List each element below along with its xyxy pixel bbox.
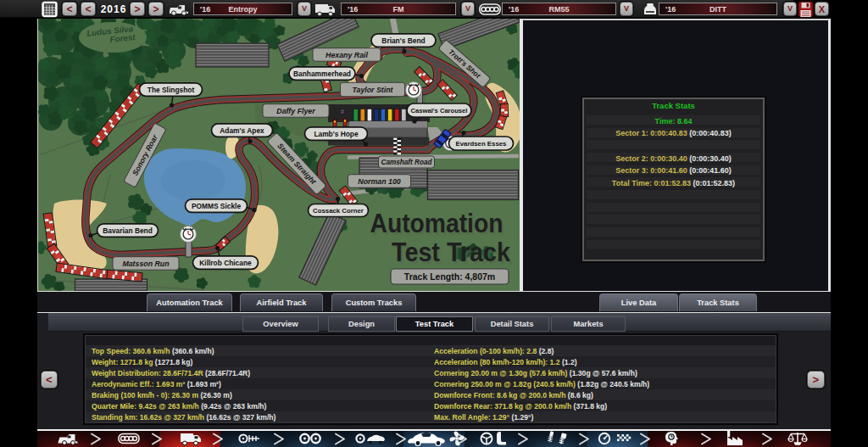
svg-text:Banhammerhead: Banhammerhead xyxy=(293,70,351,78)
svg-text:Norman 100: Norman 100 xyxy=(358,177,400,186)
svg-text:Adam's Apex: Adam's Apex xyxy=(220,126,264,135)
svg-text:Taylor Stint: Taylor Stint xyxy=(352,86,393,94)
svg-text:Bavarian Bend: Bavarian Bend xyxy=(103,226,153,235)
svg-text:The Slingshot: The Slingshot xyxy=(147,86,195,94)
svg-text:Matsson Run: Matsson Run xyxy=(122,260,169,268)
svg-text:Camshaft Road: Camshaft Road xyxy=(381,159,432,166)
svg-text:Brian's Bend: Brian's Bend xyxy=(381,36,425,45)
svg-text:POMMS Sickle: POMMS Sickle xyxy=(192,202,242,210)
svg-text:Killrob Chicane: Killrob Chicane xyxy=(199,259,252,267)
svg-text:Daffy Flyer: Daffy Flyer xyxy=(276,107,315,115)
svg-text:Track Length: 4,807m: Track Length: 4,807m xyxy=(404,271,495,282)
svg-text:#: # xyxy=(341,109,344,115)
svg-text:Automation: Automation xyxy=(370,209,504,238)
svg-text:Lamb's Hope: Lamb's Hope xyxy=(314,130,359,138)
svg-text:Evardsen Esses: Evardsen Esses xyxy=(456,140,507,148)
svg-text:Caswal's Carousel: Caswal's Carousel xyxy=(411,107,468,115)
svg-text:Hexany Rail: Hexany Rail xyxy=(326,51,368,59)
svg-text:Test Track: Test Track xyxy=(392,237,511,267)
svg-text:Cossack Corner: Cossack Corner xyxy=(313,207,364,215)
